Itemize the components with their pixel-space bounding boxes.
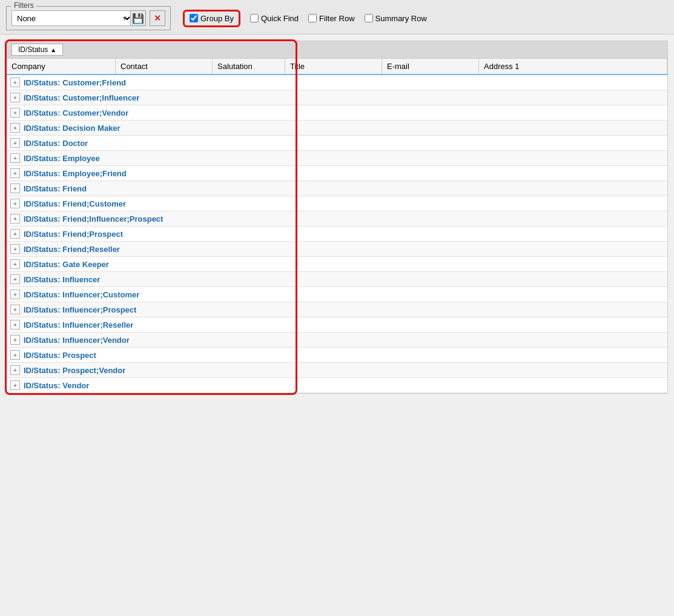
table-row[interactable]: + ID/Status: Customer;Influencer <box>7 90 667 105</box>
table-row[interactable]: + ID/Status: Friend <box>7 181 667 196</box>
group-row-label: ID/Status: Prospect <box>24 351 96 360</box>
col-header-salutation[interactable]: Salutation <box>213 59 285 74</box>
group-row-label: ID/Status: Influencer;Customer <box>24 290 139 299</box>
group-row-label: ID/Status: Doctor <box>24 139 88 148</box>
col-header-address1[interactable]: Address 1 <box>479 59 667 74</box>
table-row[interactable]: + ID/Status: Friend;Influencer;Prospect <box>7 211 667 227</box>
table-row[interactable]: + ID/Status: Influencer;Prospect <box>7 302 667 317</box>
expand-icon[interactable]: + <box>10 274 20 284</box>
group-row-label: ID/Status: Employee <box>24 154 100 163</box>
expand-icon[interactable]: + <box>10 199 20 208</box>
summary-row-checkbox[interactable] <box>365 14 373 22</box>
expand-icon[interactable]: + <box>10 153 20 163</box>
expand-icon[interactable]: + <box>10 244 20 254</box>
quick-find-checkbox[interactable] <box>250 14 259 22</box>
clear-icon: ✕ <box>154 13 161 23</box>
group-row-label: ID/Status: Friend;Reseller <box>24 245 120 254</box>
col-header-title[interactable]: Title <box>285 59 382 74</box>
groupby-tag-row: ID/Status ▲ <box>7 41 667 59</box>
col-header-contact[interactable]: Contact <box>116 59 213 74</box>
group-row-label: ID/Status: Friend;Influencer;Prospect <box>24 214 163 224</box>
group-by-checkbox-label[interactable]: Group By <box>190 14 234 23</box>
filter-select[interactable]: None <box>12 10 133 26</box>
show-hide-section: Group By Quick Find Filter Row Summary R… <box>183 10 427 27</box>
table-row[interactable]: + ID/Status: Friend;Customer <box>7 196 667 211</box>
group-row-label: ID/Status: Influencer <box>24 275 100 284</box>
expand-icon[interactable]: + <box>10 259 20 269</box>
table-row[interactable]: + ID/Status: Influencer <box>7 272 667 287</box>
table-row[interactable]: + ID/Status: Friend;Prospect <box>7 227 667 242</box>
group-row-label: ID/Status: Influencer;Vendor <box>24 336 130 345</box>
summary-row-label: Summary Row <box>375 14 427 23</box>
groupby-sort-arrow: ▲ <box>50 47 56 53</box>
filters-section: Filters None ▾ 💾 ✕ <box>6 6 171 30</box>
table-row[interactable]: + ID/Status: Decision Maker <box>7 121 667 136</box>
expand-icon[interactable]: + <box>10 168 20 178</box>
table-row[interactable]: + ID/Status: Employee;Friend <box>7 166 667 181</box>
table-row[interactable]: + ID/Status: Friend;Reseller <box>7 242 667 257</box>
group-row-label: ID/Status: Friend;Customer <box>24 199 126 208</box>
group-row-label: ID/Status: Customer;Influencer <box>24 93 139 102</box>
table-row[interactable]: + ID/Status: Doctor <box>7 136 667 151</box>
expand-icon[interactable]: + <box>10 350 20 360</box>
expand-icon[interactable]: + <box>10 78 20 87</box>
expand-icon[interactable]: + <box>10 108 20 118</box>
save-icon: 💾 <box>132 13 144 24</box>
table-row[interactable]: + ID/Status: Customer;Friend <box>7 75 667 90</box>
column-headers: Company Contact Salutation Title E-mail … <box>7 59 667 75</box>
filter-row-checkbox-label[interactable]: Filter Row <box>308 14 355 23</box>
group-row-label: ID/Status: Decision Maker <box>24 124 121 133</box>
group-row-label: ID/Status: Employee;Friend <box>24 169 127 178</box>
group-row-label: ID/Status: Customer;Vendor <box>24 108 128 118</box>
table-row[interactable]: + ID/Status: Prospect;Vendor <box>7 363 667 378</box>
expand-icon[interactable]: + <box>10 290 20 299</box>
expand-icon[interactable]: + <box>10 229 20 239</box>
expand-icon[interactable]: + <box>10 365 20 375</box>
group-row-label: ID/Status: Influencer;Prospect <box>24 305 136 314</box>
group-row-label: ID/Status: Prospect;Vendor <box>24 366 125 375</box>
expand-icon[interactable]: + <box>10 93 20 102</box>
groupby-tag-button[interactable]: ID/Status ▲ <box>12 44 63 56</box>
main-content: ID/Status ▲ Company Contact Salutation T… <box>0 35 674 400</box>
group-by-checkbox[interactable] <box>190 14 198 22</box>
group-by-highlight: Group By <box>183 10 240 27</box>
filter-row-checkbox[interactable] <box>308 14 317 22</box>
group-row-label: ID/Status: Influencer;Reseller <box>24 320 133 330</box>
group-row-label: ID/Status: Friend;Prospect <box>24 230 123 239</box>
expand-icon[interactable]: + <box>10 184 20 193</box>
expand-icon[interactable]: + <box>10 123 20 133</box>
expand-icon[interactable]: + <box>10 320 20 330</box>
data-table: ID/Status ▲ Company Contact Salutation T… <box>6 41 668 394</box>
quick-find-checkbox-label[interactable]: Quick Find <box>250 14 299 23</box>
group-rows-container: + ID/Status: Customer;Friend + ID/Status… <box>7 75 667 393</box>
quick-find-label: Quick Find <box>261 14 299 23</box>
table-row[interactable]: + ID/Status: Influencer;Vendor <box>7 333 667 348</box>
table-row[interactable]: + ID/Status: Vendor <box>7 378 667 393</box>
filters-label: Filters <box>12 1 36 10</box>
group-by-label: Group By <box>200 14 234 23</box>
group-row-label: ID/Status: Friend <box>24 184 87 193</box>
group-row-label: ID/Status: Gate Keeper <box>24 260 109 269</box>
group-row-label: ID/Status: Vendor <box>24 381 89 390</box>
table-row[interactable]: + ID/Status: Employee <box>7 151 667 166</box>
col-header-email[interactable]: E-mail <box>382 59 479 74</box>
expand-icon[interactable]: + <box>10 335 20 345</box>
col-header-company[interactable]: Company <box>7 59 116 74</box>
table-wrapper: ID/Status ▲ Company Contact Salutation T… <box>6 41 668 394</box>
filter-row-label: Filter Row <box>319 14 355 23</box>
table-row[interactable]: + ID/Status: Prospect <box>7 348 667 363</box>
clear-filter-button[interactable]: ✕ <box>150 10 165 26</box>
groupby-tag-label: ID/Status <box>18 45 48 54</box>
group-row-label: ID/Status: Customer;Friend <box>24 78 126 87</box>
summary-row-checkbox-label[interactable]: Summary Row <box>365 14 427 23</box>
expand-icon[interactable]: + <box>10 138 20 148</box>
save-filter-button[interactable]: 💾 <box>130 10 146 26</box>
table-row[interactable]: + ID/Status: Influencer;Customer <box>7 287 667 302</box>
expand-icon[interactable]: + <box>10 380 20 390</box>
expand-icon[interactable]: + <box>10 305 20 314</box>
expand-icon[interactable]: + <box>10 214 20 224</box>
table-row[interactable]: + ID/Status: Customer;Vendor <box>7 105 667 121</box>
table-row[interactable]: + ID/Status: Gate Keeper <box>7 257 667 272</box>
table-row[interactable]: + ID/Status: Influencer;Reseller <box>7 317 667 333</box>
